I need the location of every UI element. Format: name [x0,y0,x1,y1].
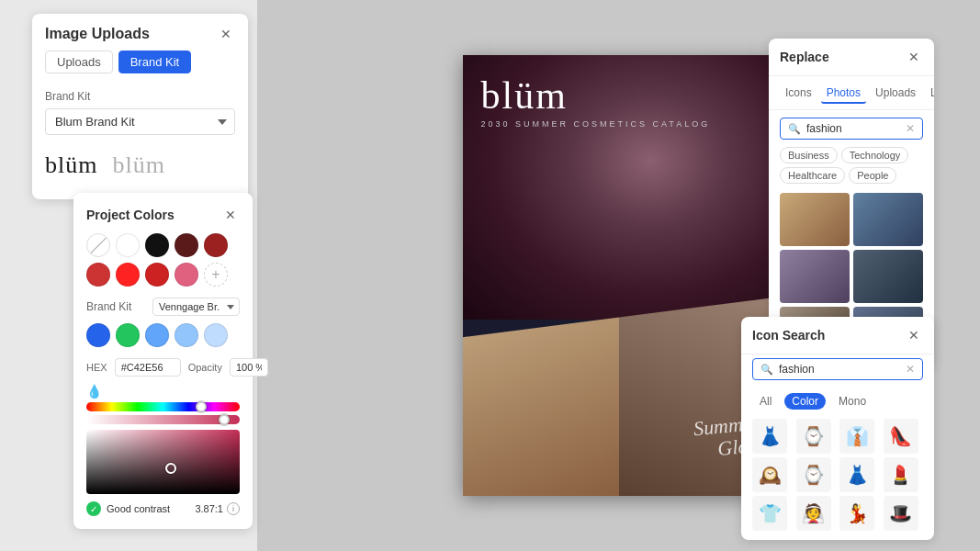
replace-header: Replace ✕ [769,39,934,76]
icon-search-clear[interactable]: ✕ [906,363,915,376]
filter-tag-business[interactable]: Business [780,147,838,163]
logo-light: blüm [112,152,164,179]
icon-item-0[interactable]: 👗 [752,419,787,454]
tab-uploads[interactable]: Uploads [45,51,113,73]
color-swatch-black[interactable] [145,233,169,257]
icon-item-9[interactable]: 👰 [796,496,831,531]
icon-item-7[interactable]: 💄 [884,457,918,492]
eyedropper-icon[interactable]: 💧 [86,384,102,399]
brand-color-green[interactable] [116,323,140,347]
brand-kit-section: Brand Kit Blum Brand Kit blüm blüm [32,83,248,199]
catalog-preview: blüm 2030 SUMMER COSMETICS CATALOG Summe… [463,55,775,496]
color-swatch-add[interactable]: + [204,263,228,287]
color-swatch-darkred[interactable] [175,233,198,257]
brand-color-lightblue[interactable] [145,323,169,347]
replace-close-button[interactable]: ✕ [905,48,923,66]
tab-brand-kit[interactable]: Brand Kit [118,51,191,73]
replace-search-clear[interactable]: ✕ [906,122,915,135]
icon-item-10[interactable]: 💃 [839,496,874,531]
filter-tag-people[interactable]: People [849,167,896,184]
icon-item-3[interactable]: 👠 [884,419,918,454]
panel-header: Image Uploads ✕ [32,14,248,51]
color-swatch-red[interactable] [204,233,228,257]
project-colors-close-button[interactable]: ✕ [221,206,240,224]
brand-kit-row: Brand Kit Venngage Br... [86,298,240,316]
logo-dark: blüm [45,152,97,179]
icon-item-4[interactable]: 🕰️ [752,457,787,492]
diagonal-divider [463,298,775,496]
brand-color-blue[interactable] [86,323,110,347]
photo-thumb-3[interactable] [780,250,850,303]
icon-search-close-button[interactable]: ✕ [905,326,923,344]
photo-thumb-1[interactable] [780,193,850,246]
photo-thumb-4[interactable] [853,250,923,303]
opacity-label: Opacity [188,362,222,373]
contrast-ratio-value: 3.87:1 [195,503,223,514]
replace-tab-photos[interactable]: Photos [821,84,866,104]
color-swatch-lightred[interactable] [86,263,110,287]
icon-item-11[interactable]: 🎩 [884,496,918,531]
replace-tabs: Icons Photos Uploads Logos [769,76,934,110]
icons-grid: 👗 ⌚ 👔 👠 🕰️ ⌚ 👗 💄 👕 👰 💃 🎩 [741,415,934,540]
color-swatch-bright-red[interactable] [116,263,140,287]
icon-item-8[interactable]: 👕 [752,496,787,531]
contrast-ratio: 3.87:1 i [195,502,240,515]
icon-item-5[interactable]: ⌚ [796,457,831,492]
replace-search-input[interactable] [806,122,900,135]
icon-search-box: 🔍 ✕ [752,358,923,380]
project-colors-panel: Project Colors ✕ + Brand Kit Venngage Br… [73,193,253,529]
color-picker-box[interactable] [86,430,240,494]
catalog-brand: blüm [481,73,711,118]
hue-slider[interactable] [86,402,240,411]
replace-tab-icons[interactable]: Icons [780,84,817,104]
replace-title: Replace [780,50,829,64]
icon-item-1[interactable]: ⌚ [796,419,831,454]
hex-opacity-row: HEX Opacity [86,358,240,377]
good-contrast-icon: ✓ [86,501,101,516]
color-swatch-pink[interactable] [175,263,198,287]
hue-handle[interactable] [196,401,207,412]
good-contrast-row: ✓ Good contrast 3.87:1 i [86,501,240,516]
image-uploads-title: Image Uploads [45,26,150,42]
image-uploads-tab-row: Uploads Brand Kit [32,51,248,83]
color-swatch-red2[interactable] [145,263,169,287]
color-swatch-none[interactable] [86,233,110,257]
icon-tab-all[interactable]: All [752,393,779,410]
brand-kit-colors-section: Brand Kit Venngage Br... [86,298,240,347]
icon-item-2[interactable]: 👔 [839,419,874,454]
color-picker-handle[interactable] [165,463,176,474]
eyedropper-row: 💧 [86,384,240,399]
filter-tag-technology[interactable]: Technology [841,147,909,163]
brand-logos: blüm blüm [45,144,235,186]
image-uploads-panel: Image Uploads ✕ Uploads Brand Kit Brand … [32,14,248,199]
replace-tab-logos[interactable]: Logos [925,84,934,104]
project-colors-title: Project Colors [86,208,175,222]
icon-search-tabs: All Color Mono [741,388,934,415]
catalog-title-overlay: blüm 2030 SUMMER COSMETICS CATALOG [481,73,711,129]
brand-color-skyblue[interactable] [175,323,198,347]
opacity-slider[interactable] [86,415,240,424]
icon-search-header: Icon Search ✕ [741,317,934,354]
brand-kit-select[interactable]: Blum Brand Kit [45,108,235,135]
color-swatch-white[interactable] [116,233,140,257]
photo-thumb-2[interactable] [853,193,923,246]
icon-tab-color[interactable]: Color [784,393,826,410]
project-colors-header: Project Colors ✕ [86,206,240,224]
icon-search-input[interactable] [779,363,900,376]
opacity-input[interactable] [230,358,268,377]
icon-tab-mono[interactable]: Mono [831,393,873,410]
icon-item-6[interactable]: 👗 [839,457,874,492]
diagonal-left [463,298,619,496]
brand-kit-colors-select[interactable]: Venngage Br... [152,298,240,316]
image-uploads-close-button[interactable]: ✕ [217,25,235,43]
filter-tag-healthcare[interactable]: Healthcare [780,167,845,184]
icon-search-icon: 🔍 [760,364,773,376]
hex-input[interactable] [115,358,181,377]
good-contrast-text: Good contrast [107,503,170,514]
replace-tab-uploads[interactable]: Uploads [870,84,921,104]
filter-tags: Business Technology Healthcare People [769,147,934,189]
opacity-handle[interactable] [219,414,230,425]
info-icon[interactable]: i [227,502,240,515]
color-slider-container [86,402,240,424]
brand-color-paleblue[interactable] [204,323,228,347]
